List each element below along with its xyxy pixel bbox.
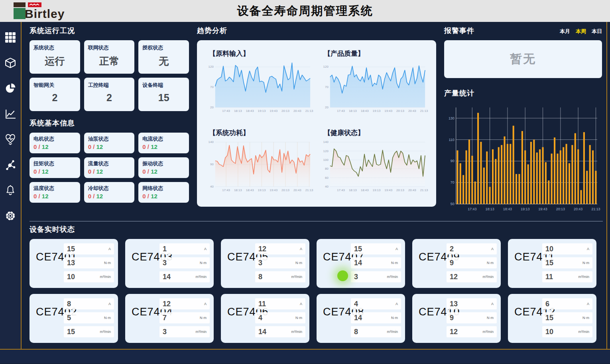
section-title-alarm: 报警事件 <box>444 26 474 35</box>
svg-text:140: 140 <box>209 141 214 144</box>
info-card-label: 网络状态 <box>142 185 185 192</box>
svg-text:90: 90 <box>451 159 455 163</box>
svg-text:100: 100 <box>323 159 329 162</box>
device-value: 10 <box>545 328 553 336</box>
device-card-CE7408[interactable]: CE7408 4 A 14 N·m 8 m³/min <box>317 294 405 343</box>
alarm-tab-本月[interactable]: 本月 <box>560 28 570 35</box>
device-unit: A <box>396 302 398 306</box>
svg-text:110: 110 <box>449 138 455 142</box>
device-value-strip: 10 A <box>542 243 592 254</box>
info-card-label: 冷却状态 <box>88 185 131 192</box>
info-card: 流量状态 0 / 12 <box>84 157 135 178</box>
svg-text:20:13: 20:13 <box>396 110 404 113</box>
production-bar-chart: 50709011013017:4318:1318:4319:1319:4320:… <box>444 102 602 214</box>
section-title-basic-info: 系统基本信息 <box>30 118 189 128</box>
status-card: 授权状态 无 <box>138 40 189 74</box>
sidebar-item-network[interactable] <box>4 158 17 172</box>
svg-text:17:43: 17:43 <box>222 110 230 113</box>
device-value-strip: 15 N·m <box>542 312 592 323</box>
device-value: 8 <box>258 273 262 281</box>
status-card-value: 15 <box>142 92 185 104</box>
device-card-CE7401[interactable]: CE7401 15 A 13 N·m 10 m³/min <box>30 239 118 288</box>
info-card-ratio: 0 / 12 <box>88 143 131 150</box>
svg-text:20:43: 20:43 <box>408 110 416 113</box>
device-values: 12 A 7 N·m 3 m³/min <box>159 298 210 337</box>
device-value: 12 <box>450 328 458 336</box>
device-card-CE7402[interactable]: CE7402 8 A 5 N·m 15 m³/min <box>30 294 118 343</box>
device-value: 6 <box>545 300 549 308</box>
device-unit: m³/min <box>100 275 111 279</box>
device-card-CE7407[interactable]: CE7407 15 A 14 N·m 3 m³/min <box>317 239 405 288</box>
status-card-value: 2 <box>88 92 131 104</box>
alarm-tab-本日[interactable]: 本日 <box>592 28 602 35</box>
device-card-CE7409[interactable]: CE7409 2 A 9 N·m 12 m³/min <box>412 239 501 288</box>
svg-text:20:13: 20:13 <box>281 189 289 192</box>
sidebar-item-trend[interactable] <box>4 107 17 121</box>
svg-text:18:13: 18:13 <box>485 207 494 211</box>
device-value: 4 <box>354 300 358 308</box>
device-value: 8 <box>354 328 358 336</box>
device-values: 1 A 3 N·m 14 m³/min <box>159 243 210 282</box>
device-value-strip: 5 N·m <box>64 312 114 323</box>
device-unit: m³/min <box>579 330 590 334</box>
svg-text:21:13: 21:13 <box>420 189 428 192</box>
info-card-ratio: 0 / 12 <box>33 193 76 200</box>
sidebar-item-health[interactable] <box>4 133 17 146</box>
device-values: 10 A 15 N·m 11 m³/min <box>542 243 592 282</box>
svg-text:19:13: 19:13 <box>258 110 266 113</box>
sidebar-item-dashboard[interactable] <box>4 31 17 44</box>
sidebar-item-analysis[interactable] <box>4 82 17 95</box>
info-card-label: 电流状态 <box>142 135 185 143</box>
svg-text:18:13: 18:13 <box>349 110 357 113</box>
device-card-CE7403[interactable]: CE7403 1 A 3 N·m 14 m³/min <box>125 239 214 288</box>
device-card-CE7405[interactable]: CE7405 12 A 3 N·m 8 m³/min <box>221 239 309 288</box>
alarm-tab-本周[interactable]: 本周 <box>576 28 586 35</box>
device-card-CE7406[interactable]: CE7406 11 A 4 N·m 14 m³/min <box>221 294 309 343</box>
device-value: 15 <box>354 245 362 253</box>
gear-icon <box>5 210 16 221</box>
device-values: 15 A 13 N·m 10 m³/min <box>64 243 114 282</box>
total-count: 12 <box>151 143 157 150</box>
svg-text:18:43: 18:43 <box>361 189 369 192</box>
bar-chart-svg: 50709011013017:4318:1318:4319:1319:4320:… <box>444 102 602 213</box>
info-card-ratio: 0 / 12 <box>88 168 131 175</box>
device-card-CE7412[interactable]: CE7412 6 A 15 N·m 10 m³/min <box>508 294 596 343</box>
device-card-CE7410[interactable]: CE7410 13 A 9 N·m 12 m³/min <box>412 294 501 343</box>
device-value-strip: 14 N·m <box>351 312 401 323</box>
total-count: 12 <box>151 193 157 200</box>
device-value: 14 <box>354 314 362 322</box>
device-value: 5 <box>67 314 71 322</box>
device-unit: N·m <box>200 316 207 320</box>
line-chart-svg: 40608010012014017:4318:1318:4319:1319:43… <box>319 138 429 193</box>
pie-chart-icon <box>5 83 16 94</box>
sidebar-item-settings[interactable] <box>4 209 17 223</box>
svg-text:20:13: 20:13 <box>281 110 289 113</box>
device-value: 15 <box>545 314 553 322</box>
device-value: 3 <box>258 259 262 267</box>
svg-text:20:43: 20:43 <box>574 207 582 211</box>
device-value-strip: 14 m³/min <box>159 271 210 282</box>
device-value-strip: 15 N·m <box>542 257 592 268</box>
device-unit: A <box>300 302 302 306</box>
device-value-strip: 3 N·m <box>255 257 305 268</box>
line-chart-icon <box>5 108 16 119</box>
device-row: CE7402 8 A 5 N·m 15 m³/min CE7404 12 A <box>30 294 604 343</box>
svg-text:18:13: 18:13 <box>234 189 242 192</box>
svg-text:18:43: 18:43 <box>503 207 512 211</box>
device-card-CE7411[interactable]: CE7411 10 A 15 N·m 11 m³/min <box>508 239 596 288</box>
trend-mini-chart: 【产品质量】 207012017:4318:1318:4319:1319:432… <box>317 44 431 123</box>
sidebar-item-model[interactable] <box>4 56 17 70</box>
sidebar <box>0 22 22 349</box>
device-card-CE7404[interactable]: CE7404 12 A 7 N·m 3 m³/min <box>125 294 214 343</box>
total-count: 12 <box>42 143 49 150</box>
device-unit: N·m <box>295 261 302 265</box>
sidebar-item-alerts[interactable] <box>4 184 17 197</box>
trend-chart-title: 【系统功耗】 <box>209 128 314 137</box>
status-card: 设备终端 15 <box>138 78 189 111</box>
device-value: 15 <box>67 328 75 336</box>
svg-text:120: 120 <box>209 65 214 68</box>
info-card-ratio: 0 / 12 <box>33 143 76 150</box>
trend-mini-chart: 【健康状态】 40608010012014017:4318:1318:4319:… <box>317 123 431 203</box>
device-unit: A <box>587 302 589 306</box>
header: Birtley 设备全寿命周期管理系统 <box>0 0 610 22</box>
